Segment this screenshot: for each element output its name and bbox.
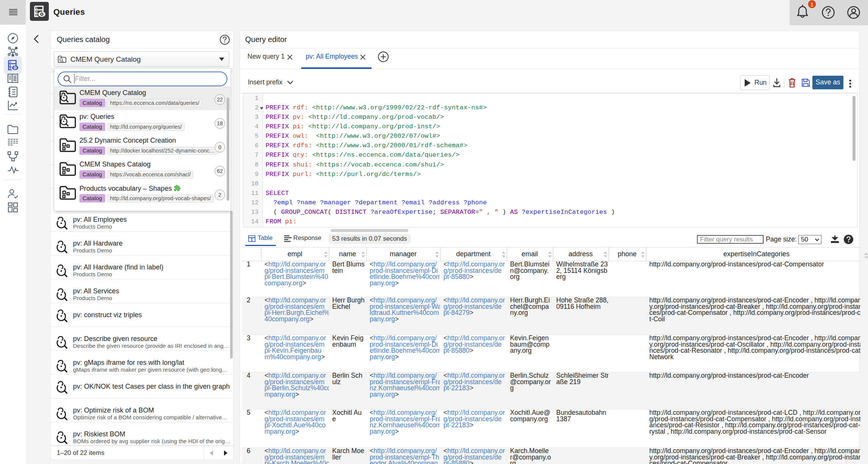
svg-text:1: 1 [810,1,814,8]
